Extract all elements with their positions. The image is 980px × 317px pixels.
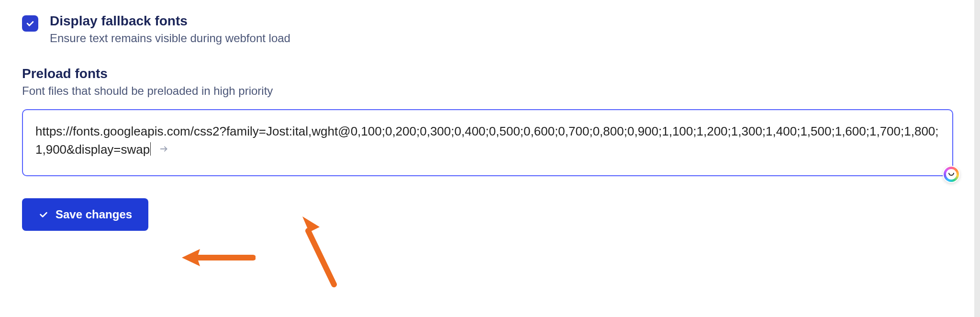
assistant-fab-ring-icon — [944, 167, 959, 182]
display-fallback-fonts-text: Display fallback fonts Ensure text remai… — [50, 13, 290, 45]
display-fallback-fonts-option: Display fallback fonts Ensure text remai… — [22, 13, 958, 45]
display-fallback-fonts-checkbox[interactable] — [22, 15, 38, 32]
smile-icon — [948, 173, 954, 176]
preload-fonts-title: Preload fonts — [22, 66, 958, 81]
assistant-fab[interactable] — [943, 166, 960, 183]
arrow-right-icon — [159, 141, 169, 159]
save-changes-label: Save changes — [56, 208, 132, 221]
text-cursor — [150, 142, 151, 156]
annotation-arrow-up-icon — [291, 213, 348, 289]
check-icon — [38, 209, 49, 220]
svg-marker-1 — [182, 249, 200, 266]
display-fallback-fonts-description: Ensure text remains visible during webfo… — [50, 32, 290, 45]
right-scrollbar-track — [974, 0, 980, 317]
preload-fonts-value: https://fonts.googleapis.com/css2?family… — [35, 124, 939, 157]
save-changes-button[interactable]: Save changes — [22, 198, 148, 231]
preload-fonts-input-wrap: https://fonts.googleapis.com/css2?family… — [22, 109, 953, 176]
display-fallback-fonts-title: Display fallback fonts — [50, 13, 290, 29]
preload-fonts-description: Font files that should be preloaded in h… — [22, 84, 958, 98]
annotation-arrow-left-icon — [179, 244, 256, 271]
check-icon — [25, 19, 35, 28]
preload-fonts-input[interactable]: https://fonts.googleapis.com/css2?family… — [22, 109, 953, 176]
svg-marker-2 — [302, 216, 320, 243]
